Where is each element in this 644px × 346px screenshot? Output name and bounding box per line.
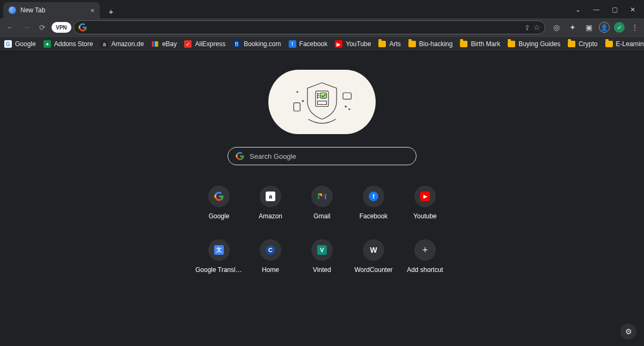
- sidepanel-icon[interactable]: ▣: [583, 21, 595, 33]
- shortcut-gmail[interactable]: Gmail: [296, 186, 348, 220]
- shortcut-label: Google Translate: [195, 266, 243, 274]
- back-button[interactable]: ←: [3, 20, 17, 34]
- bookmarks-bar: GGoogle✦Addons StoreaAmazon.deeBay✓AliEx…: [0, 36, 644, 51]
- bookmark-label: Facebook: [299, 40, 328, 48]
- shortcut-label: Google: [209, 212, 230, 220]
- bookmark-label: Amazon.de: [111, 40, 144, 48]
- bookmark-crypto[interactable]: Crypto: [568, 40, 597, 48]
- tab-title: New Tab: [20, 6, 45, 14]
- close-window-button[interactable]: ✕: [625, 3, 641, 16]
- youtube-icon: ▶: [335, 40, 342, 48]
- extensions-icon[interactable]: ✦: [567, 21, 579, 33]
- folder-icon: [568, 41, 575, 47]
- forward-button[interactable]: →: [19, 20, 33, 34]
- shortcut-label: Add shortcut: [407, 266, 443, 274]
- reload-button[interactable]: ⟳: [35, 20, 49, 34]
- ebay-icon: [151, 40, 159, 48]
- bookmark-label: AliExpress: [195, 40, 225, 48]
- bookmark-addons-store[interactable]: ✦Addons Store: [43, 40, 93, 48]
- toolbar: ← → ⟳ VPN ⇪ ☆ ◎ ✦ ▣ 👤 ✓ ⋮: [0, 18, 644, 36]
- bookmark-aliexpress[interactable]: ✓AliExpress: [184, 40, 225, 48]
- svg-rect-7: [294, 103, 300, 111]
- shortcut-label: Vinted: [313, 266, 331, 274]
- bookmark-bio-hacking[interactable]: Bio-hacking: [408, 40, 453, 48]
- bookmark-star-icon[interactable]: ☆: [533, 23, 540, 32]
- shortcut-facebook[interactable]: fFacebook: [348, 186, 399, 220]
- bookmark-arts[interactable]: Arts: [378, 40, 400, 48]
- tab-close-icon[interactable]: ×: [90, 6, 94, 14]
- vpn-chip[interactable]: VPN: [52, 22, 71, 33]
- new-tab-button[interactable]: +: [104, 4, 118, 18]
- title-bar: New Tab × + ⌄ ― ▢ ✕: [0, 0, 644, 18]
- bookmark-facebook[interactable]: fFacebook: [289, 40, 328, 48]
- google-icon: [208, 186, 230, 207]
- home-icon: C: [260, 239, 281, 261]
- cast-icon[interactable]: ◎: [551, 21, 562, 33]
- folder-icon: [460, 41, 467, 47]
- bookmark-birth-mark[interactable]: Birth Mark: [460, 40, 500, 48]
- vinted-icon: V: [311, 239, 333, 261]
- bookmark-label: Bio-hacking: [419, 40, 453, 48]
- customize-button[interactable]: ⚙: [620, 323, 636, 340]
- window-controls: ⌄ ― ▢ ✕: [570, 3, 641, 16]
- facebook-icon: f: [363, 186, 384, 207]
- share-icon[interactable]: ⇪: [524, 24, 530, 32]
- svg-point-9: [302, 100, 304, 102]
- shortcut-vinted[interactable]: VVinted: [296, 239, 348, 274]
- browser-tab[interactable]: New Tab ×: [3, 2, 100, 18]
- shortcuts-grid: GoogleaAmazonGmailfFacebook▶Youtube文Goog…: [193, 186, 451, 274]
- minimize-button[interactable]: ―: [588, 3, 604, 16]
- bookmark-label: Addons Store: [54, 40, 93, 48]
- facebook-icon: f: [289, 40, 296, 48]
- google-icon: G: [4, 40, 12, 48]
- gear-icon: ⚙: [625, 327, 632, 336]
- bookmark-label: Google: [15, 40, 36, 48]
- shortcut-amazon[interactable]: aAmazon: [245, 186, 296, 220]
- shortcut-add[interactable]: +Add shortcut: [399, 239, 451, 274]
- bookmark-label: Birth Mark: [471, 40, 500, 48]
- bookmark-buying-guides[interactable]: Buying Guides: [508, 40, 560, 48]
- search-placeholder: Search Google: [250, 152, 296, 160]
- bookmark-label: Arts: [389, 40, 400, 48]
- address-input[interactable]: [90, 24, 521, 32]
- gmail-icon: [311, 186, 333, 207]
- translate-icon: 文: [208, 239, 230, 261]
- search-google-bar[interactable]: Search Google: [228, 147, 416, 165]
- bookmark-label: Buying Guides: [518, 40, 560, 48]
- folder-icon: [378, 41, 386, 47]
- bookmark-google[interactable]: GGoogle: [4, 40, 36, 48]
- chevron-down-icon[interactable]: ⌄: [570, 3, 586, 16]
- amazon-icon: a: [260, 186, 281, 207]
- shortcut-wordcounter[interactable]: WWordCounter: [348, 239, 399, 274]
- ali-icon: ✓: [184, 40, 192, 48]
- bookmark-ebay[interactable]: eBay: [151, 40, 177, 48]
- shortcut-youtube[interactable]: ▶Youtube: [399, 186, 451, 220]
- menu-icon[interactable]: ⋮: [629, 21, 641, 33]
- bookmark-booking-com[interactable]: BBooking.com: [233, 40, 281, 48]
- update-badge-icon[interactable]: ✓: [614, 22, 625, 33]
- tab-favicon: [9, 6, 16, 14]
- folder-icon: [408, 41, 416, 47]
- bookmark-e-learning[interactable]: E-Learning: [605, 40, 644, 48]
- shortcut-home[interactable]: CHome: [245, 239, 296, 274]
- google-icon: [78, 23, 87, 32]
- new-tab-content: Search Google GoogleaAmazonGmailfFaceboo…: [0, 51, 644, 346]
- bookmark-label: Booking.com: [244, 40, 281, 48]
- bookmark-label: eBay: [162, 40, 177, 48]
- address-bar[interactable]: ⇪ ☆: [74, 20, 545, 34]
- svg-rect-2: [320, 93, 327, 98]
- folder-icon: [605, 41, 613, 47]
- shortcut-google[interactable]: Google: [193, 186, 245, 220]
- profile-avatar[interactable]: 👤: [599, 22, 610, 33]
- bookmark-youtube[interactable]: ▶YouTube: [335, 40, 371, 48]
- bookmark-label: E-Learning: [616, 40, 644, 48]
- shortcut-label: Gmail: [313, 212, 330, 220]
- green-icon: ✦: [43, 40, 51, 48]
- bookmark-amazon-de[interactable]: aAmazon.de: [100, 40, 144, 48]
- shortcut-label: Facebook: [360, 212, 388, 220]
- maximize-button[interactable]: ▢: [606, 3, 623, 16]
- vpn-label: VPN: [56, 25, 67, 31]
- hero-illustration: [268, 70, 376, 134]
- wordcounter-icon: W: [363, 239, 384, 261]
- shortcut-translate[interactable]: 文Google Translate: [193, 239, 245, 274]
